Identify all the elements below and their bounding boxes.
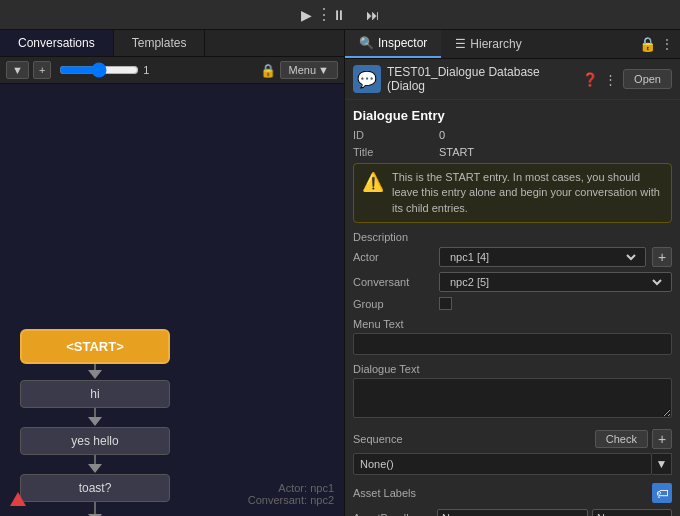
conversant-label: Conversant [353,276,433,288]
sequence-dropdown-btn[interactable]: ▼ [652,453,672,475]
main-split: Conversations Templates ▼ + 1 🔒 Menu ▼ [0,30,680,516]
svg-marker-3 [88,417,102,426]
node-toast[interactable]: toast? [20,474,170,502]
assetbundle-label: AssetBundle [353,512,433,516]
assetbundle-row: AssetBundle None None [353,509,672,516]
left-controls: ▼ + 1 🔒 Menu ▼ [0,57,344,84]
asset-labels-icon-btn[interactable]: 🏷 [652,483,672,503]
sequence-plus-btn[interactable]: + [652,429,672,449]
group-row: Group [353,297,672,310]
svg-marker-5 [88,464,102,473]
menu-text-input[interactable] [353,333,672,355]
lock-tab-icon[interactable]: 🔒 [639,36,656,52]
add-btn[interactable]: + [33,61,51,79]
open-button[interactable]: Open [623,69,672,89]
play-button[interactable]: ▶ [295,5,318,25]
right-tabs: 🔍 Inspector ☰ Hierarchy 🔒 ⋮ [345,30,680,59]
asset-labels-title: Asset Labels [353,487,652,499]
inspector-content: Dialogue Entry ID 0 Title START ⚠️ This … [345,100,680,516]
section-title-dialogue-entry: Dialogue Entry [353,108,672,123]
sequence-value-input[interactable] [353,453,652,475]
menu-text-label: Menu Text [353,318,672,330]
actor-plus-btn[interactable]: + [652,247,672,267]
tab-conversations[interactable]: Conversations [0,30,114,56]
more-icon[interactable]: ⋮ [604,72,617,87]
canvas-info: Actor: npc1 Conversant: npc2 [248,482,334,506]
more-tab-icon[interactable]: ⋮ [660,36,674,52]
zoom-value: 1 [143,64,149,76]
warning-box: ⚠️ This is the START entry. In most case… [353,163,672,223]
check-button[interactable]: Check [595,430,648,448]
actor-select[interactable]: npc1 [4] [439,247,646,267]
next-button[interactable]: ⏭ [360,5,386,25]
description-label: Description [353,231,672,243]
id-value: 0 [439,129,445,141]
right-tab-icons: 🔒 ⋮ [639,36,680,52]
assetbundle-select1[interactable]: None [437,509,588,516]
actor-row: Actor npc1 [4] + [353,247,672,267]
node-yes-hello[interactable]: yes hello [20,427,170,455]
sequence-val-row: ▼ [353,453,672,475]
inspector-icon: 🔍 [359,36,374,50]
group-checkbox[interactable] [439,297,452,310]
conversant-select[interactable]: npc2 [5] [439,272,672,292]
canvas-conversant: Conversant: npc2 [248,494,334,506]
right-panel: 🔍 Inspector ☰ Hierarchy 🔒 ⋮ 💬 TEST01_Dia… [345,30,680,516]
dialogue-text-input[interactable] [353,378,672,418]
sequence-label: Sequence [353,433,591,445]
actor-select-input[interactable]: npc1 [4] [446,250,639,264]
canvas-actor: Actor: npc1 [248,482,334,494]
sequence-row: Sequence Check + [353,429,672,449]
main-toolbar: ▶ ⏸ ⏭ ⋮ [0,0,680,30]
group-label: Group [353,298,433,310]
db-header: 💬 TEST01_Dialogue Database (Dialog ❓ ⋮ O… [345,59,680,100]
toolbar-dots[interactable]: ⋮ [316,5,332,24]
warning-text: This is the START entry. In most cases, … [392,170,663,216]
zoom-slider[interactable] [59,62,139,78]
asset-labels-row: Asset Labels 🏷 [353,483,672,503]
help-icon[interactable]: ❓ [582,72,598,87]
title-label: Title [353,146,433,158]
tab-inspector[interactable]: 🔍 Inspector [345,30,441,58]
menu-button[interactable]: Menu ▼ [280,61,338,79]
left-panel: Conversations Templates ▼ + 1 🔒 Menu ▼ [0,30,345,516]
zoom-slider-container: 1 [55,62,255,78]
id-label: ID [353,129,433,141]
conversant-select-input[interactable]: npc2 [5] [446,275,665,289]
dropdown-btn[interactable]: ▼ [6,61,29,79]
warning-icon: ⚠️ [362,171,384,193]
canvas-area[interactable]: <START> hi yes hello toast? nope [END] [0,84,344,516]
lock-icon[interactable]: 🔒 [260,63,276,78]
node-hi[interactable]: hi [20,380,170,408]
tab-templates[interactable]: Templates [114,30,206,56]
warning-indicator [10,492,26,506]
dialogue-text-label: Dialogue Text [353,363,672,375]
hierarchy-icon: ☰ [455,37,466,51]
assetbundle-select2[interactable]: None [592,509,672,516]
node-start[interactable]: <START> [20,329,170,364]
tab-hierarchy[interactable]: ☰ Hierarchy [441,31,535,57]
actor-label: Actor [353,251,433,263]
conversant-row: Conversant npc2 [5] [353,272,672,292]
title-value: START [439,146,474,158]
title-row: Title START [353,146,672,158]
svg-marker-1 [88,370,102,379]
db-icon: 💬 [353,65,381,93]
left-tabs: Conversations Templates [0,30,344,57]
db-title: TEST01_Dialogue Database (Dialog [387,65,576,93]
id-row: ID 0 [353,129,672,141]
